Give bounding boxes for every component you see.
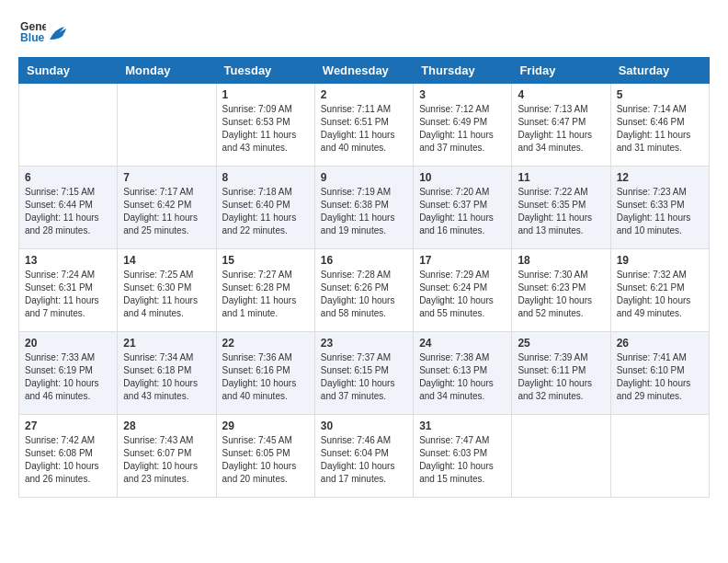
calendar-cell [610, 415, 709, 498]
calendar-cell: 14Sunrise: 7:25 AMSunset: 6:30 PMDayligh… [118, 249, 216, 332]
day-of-week-header: Sunday [19, 58, 118, 84]
day-info: Sunrise: 7:22 AMSunset: 6:35 PMDaylight:… [518, 186, 604, 237]
day-info: Sunrise: 7:43 AMSunset: 6:07 PMDaylight:… [123, 434, 210, 486]
day-number: 19 [617, 254, 703, 267]
calendar-cell: 29Sunrise: 7:45 AMSunset: 6:05 PMDayligh… [216, 415, 314, 498]
calendar-cell: 25Sunrise: 7:39 AMSunset: 6:11 PMDayligh… [512, 332, 610, 415]
day-number: 27 [25, 419, 111, 432]
calendar-cell: 3Sunrise: 7:12 AMSunset: 6:49 PMDaylight… [414, 84, 512, 167]
calendar-cell [118, 84, 216, 167]
day-info: Sunrise: 7:41 AMSunset: 6:10 PMDaylight:… [617, 351, 703, 403]
day-number: 26 [617, 337, 703, 350]
day-number: 1 [222, 88, 309, 101]
logo-bird-icon [48, 23, 68, 43]
day-info: Sunrise: 7:42 AMSunset: 6:08 PMDaylight:… [25, 434, 111, 486]
day-of-week-header: Saturday [610, 58, 709, 84]
day-number: 25 [518, 337, 604, 350]
calendar-cell: 6Sunrise: 7:15 AMSunset: 6:44 PMDaylight… [19, 167, 118, 249]
calendar-cell: 5Sunrise: 7:14 AMSunset: 6:46 PMDaylight… [610, 84, 709, 167]
calendar-table: SundayMondayTuesdayWednesdayThursdayFrid… [18, 57, 710, 498]
calendar-cell: 17Sunrise: 7:29 AMSunset: 6:24 PMDayligh… [414, 249, 512, 332]
day-info: Sunrise: 7:15 AMSunset: 6:44 PMDaylight:… [25, 186, 111, 237]
calendar-week-row: 20Sunrise: 7:33 AMSunset: 6:19 PMDayligh… [19, 332, 710, 415]
logo: General Blue [18, 18, 68, 48]
calendar-cell: 1Sunrise: 7:09 AMSunset: 6:53 PMDaylight… [216, 84, 314, 167]
calendar-cell: 22Sunrise: 7:36 AMSunset: 6:16 PMDayligh… [216, 332, 314, 415]
day-info: Sunrise: 7:11 AMSunset: 6:51 PMDaylight:… [321, 103, 407, 155]
calendar-cell: 16Sunrise: 7:28 AMSunset: 6:26 PMDayligh… [314, 249, 413, 332]
day-info: Sunrise: 7:12 AMSunset: 6:49 PMDaylight:… [419, 103, 506, 155]
day-number: 8 [222, 171, 309, 184]
day-number: 9 [321, 171, 407, 184]
day-info: Sunrise: 7:20 AMSunset: 6:37 PMDaylight:… [419, 186, 506, 237]
day-number: 11 [518, 171, 604, 184]
day-info: Sunrise: 7:47 AMSunset: 6:03 PMDaylight:… [419, 434, 506, 486]
day-info: Sunrise: 7:13 AMSunset: 6:47 PMDaylight:… [518, 103, 604, 155]
day-number: 29 [222, 419, 309, 432]
day-info: Sunrise: 7:38 AMSunset: 6:13 PMDaylight:… [419, 351, 506, 403]
logo-icon: General Blue [20, 18, 46, 44]
calendar-week-row: 27Sunrise: 7:42 AMSunset: 6:08 PMDayligh… [19, 415, 710, 498]
day-info: Sunrise: 7:32 AMSunset: 6:21 PMDaylight:… [617, 269, 703, 320]
day-info: Sunrise: 7:24 AMSunset: 6:31 PMDaylight:… [25, 269, 111, 320]
calendar-cell: 31Sunrise: 7:47 AMSunset: 6:03 PMDayligh… [414, 415, 512, 498]
day-number: 20 [25, 337, 111, 350]
day-number: 22 [222, 337, 309, 350]
calendar-cell: 30Sunrise: 7:46 AMSunset: 6:04 PMDayligh… [314, 415, 413, 498]
day-number: 31 [419, 419, 506, 432]
day-info: Sunrise: 7:34 AMSunset: 6:18 PMDaylight:… [123, 351, 210, 403]
calendar-header-row: SundayMondayTuesdayWednesdayThursdayFrid… [19, 58, 710, 84]
day-info: Sunrise: 7:36 AMSunset: 6:16 PMDaylight:… [222, 351, 309, 403]
calendar-cell: 10Sunrise: 7:20 AMSunset: 6:37 PMDayligh… [414, 167, 512, 249]
day-number: 7 [123, 171, 210, 184]
day-info: Sunrise: 7:37 AMSunset: 6:15 PMDaylight:… [321, 351, 407, 403]
day-number: 6 [25, 171, 111, 184]
page-header: General Blue [18, 18, 710, 48]
day-number: 10 [419, 171, 506, 184]
calendar-cell: 19Sunrise: 7:32 AMSunset: 6:21 PMDayligh… [610, 249, 709, 332]
calendar-cell: 9Sunrise: 7:19 AMSunset: 6:38 PMDaylight… [314, 167, 413, 249]
day-info: Sunrise: 7:46 AMSunset: 6:04 PMDaylight:… [321, 434, 407, 486]
calendar-cell: 27Sunrise: 7:42 AMSunset: 6:08 PMDayligh… [19, 415, 118, 498]
calendar-cell: 8Sunrise: 7:18 AMSunset: 6:40 PMDaylight… [216, 167, 314, 249]
calendar-cell: 20Sunrise: 7:33 AMSunset: 6:19 PMDayligh… [19, 332, 118, 415]
day-number: 4 [518, 88, 604, 101]
day-number: 24 [419, 337, 506, 350]
calendar-cell: 28Sunrise: 7:43 AMSunset: 6:07 PMDayligh… [118, 415, 216, 498]
day-number: 3 [419, 88, 506, 101]
day-info: Sunrise: 7:25 AMSunset: 6:30 PMDaylight:… [123, 269, 210, 320]
calendar-cell: 13Sunrise: 7:24 AMSunset: 6:31 PMDayligh… [19, 249, 118, 332]
day-info: Sunrise: 7:18 AMSunset: 6:40 PMDaylight:… [222, 186, 309, 237]
day-of-week-header: Monday [118, 58, 216, 84]
day-number: 30 [321, 419, 407, 432]
day-number: 14 [123, 254, 210, 267]
day-number: 5 [617, 88, 703, 101]
day-number: 18 [518, 254, 604, 267]
day-info: Sunrise: 7:09 AMSunset: 6:53 PMDaylight:… [222, 103, 309, 155]
calendar-cell: 26Sunrise: 7:41 AMSunset: 6:10 PMDayligh… [610, 332, 709, 415]
day-info: Sunrise: 7:45 AMSunset: 6:05 PMDaylight:… [222, 434, 309, 486]
calendar-week-row: 13Sunrise: 7:24 AMSunset: 6:31 PMDayligh… [19, 249, 710, 332]
calendar-week-row: 1Sunrise: 7:09 AMSunset: 6:53 PMDaylight… [19, 84, 710, 167]
day-info: Sunrise: 7:28 AMSunset: 6:26 PMDaylight:… [321, 269, 407, 320]
day-of-week-header: Wednesday [314, 58, 413, 84]
day-number: 21 [123, 337, 210, 350]
day-info: Sunrise: 7:14 AMSunset: 6:46 PMDaylight:… [617, 103, 703, 155]
day-info: Sunrise: 7:19 AMSunset: 6:38 PMDaylight:… [321, 186, 407, 237]
day-number: 17 [419, 254, 506, 267]
day-info: Sunrise: 7:39 AMSunset: 6:11 PMDaylight:… [518, 351, 604, 403]
calendar-cell: 23Sunrise: 7:37 AMSunset: 6:15 PMDayligh… [314, 332, 413, 415]
calendar-cell: 11Sunrise: 7:22 AMSunset: 6:35 PMDayligh… [512, 167, 610, 249]
calendar-cell: 7Sunrise: 7:17 AMSunset: 6:42 PMDaylight… [118, 167, 216, 249]
day-of-week-header: Friday [512, 58, 610, 84]
calendar-cell: 4Sunrise: 7:13 AMSunset: 6:47 PMDaylight… [512, 84, 610, 167]
svg-text:Blue: Blue [20, 31, 45, 44]
calendar-cell: 18Sunrise: 7:30 AMSunset: 6:23 PMDayligh… [512, 249, 610, 332]
day-of-week-header: Thursday [414, 58, 512, 84]
calendar-cell: 24Sunrise: 7:38 AMSunset: 6:13 PMDayligh… [414, 332, 512, 415]
day-info: Sunrise: 7:30 AMSunset: 6:23 PMDaylight:… [518, 269, 604, 320]
day-info: Sunrise: 7:29 AMSunset: 6:24 PMDaylight:… [419, 269, 506, 320]
day-number: 13 [25, 254, 111, 267]
day-number: 28 [123, 419, 210, 432]
calendar-cell [512, 415, 610, 498]
